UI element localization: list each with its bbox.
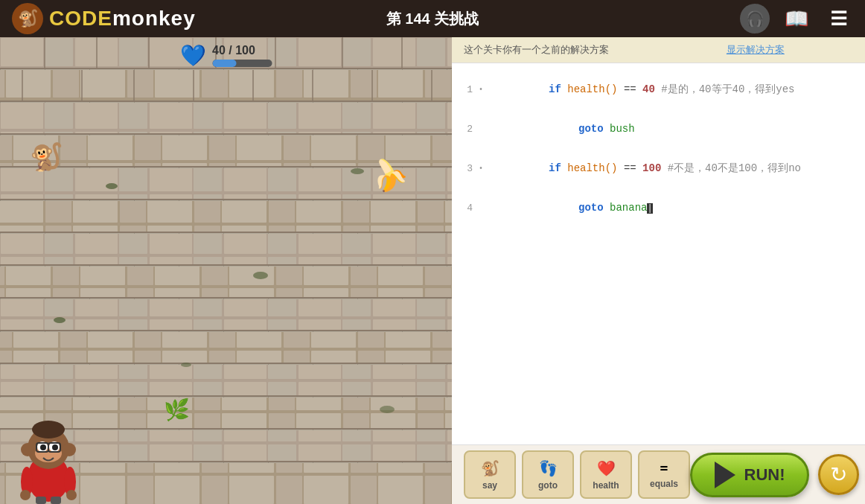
run-button[interactable]: RUN! <box>690 453 809 497</box>
svg-point-51 <box>351 168 364 174</box>
svg-point-65 <box>63 443 76 456</box>
svg-rect-71 <box>36 497 46 504</box>
small-monkey-sprite: 🐒 <box>30 141 71 182</box>
health-command-block[interactable]: ❤️ health <box>580 450 632 499</box>
line-bullet-4: • <box>479 204 483 212</box>
health-bar-bg <box>212 60 272 67</box>
reset-icon: ↻ <box>830 462 847 487</box>
menu-button[interactable]: ☰ <box>823 4 853 34</box>
svg-point-53 <box>380 406 395 413</box>
top-navigation: 🐒 CODEmonkey 第 144 关挑战 🎧 📖 ☰ <box>0 0 865 37</box>
guide-book-button[interactable]: 📖 <box>782 4 811 34</box>
line-bullet-1: • <box>479 86 483 94</box>
say-command-block[interactable]: 🐒 say <box>464 450 516 499</box>
player-monkey-svg <box>15 415 82 504</box>
nav-right-icons: 🎧 📖 ☰ <box>740 4 853 34</box>
code-editor[interactable]: 1 • if health() == 40 #是的，40等于40，得到yes 2… <box>452 63 865 444</box>
goto-label: goto <box>538 480 558 491</box>
health-label: health <box>593 480 619 491</box>
headphones-button[interactable]: 🎧 <box>740 4 770 34</box>
svg-rect-22 <box>0 299 452 331</box>
banana-item: 🍌 <box>365 151 412 197</box>
svg-point-48 <box>106 183 118 189</box>
command-blocks-container: 🐒 say 👣 goto ❤️ health = equals <box>464 450 690 499</box>
notification-bar: 这个关卡你有一个之前的解决方案 显示解决方案 × <box>452 37 865 63</box>
svg-rect-20 <box>0 267 452 298</box>
line-number-3: 3 <box>458 163 473 174</box>
code-line-2: 2 • goto bush <box>452 109 865 148</box>
health-value: 40 / 100 <box>212 44 255 57</box>
bottom-action-bar: 🐒 say 👣 goto ❤️ health = equals <box>452 444 865 504</box>
line-number-1: 1 <box>458 84 473 95</box>
logo-monkey-icon: 🐒 <box>12 3 43 34</box>
stone-wall-background: 🌿 🍌 🐒 <box>0 37 452 504</box>
say-label: say <box>482 480 497 491</box>
run-controls-area: RUN! ↻ ⚙ <box>690 453 865 497</box>
line-number-4: 4 <box>458 202 473 214</box>
code-line-1: 1 • if health() == 40 #是的，40等于40，得到yes <box>452 69 865 109</box>
code-content-2: goto bush <box>486 111 865 147</box>
svg-point-64 <box>21 443 34 456</box>
svg-point-66 <box>32 421 65 438</box>
level-title: 第 144 关挑战 <box>386 9 479 29</box>
svg-rect-16 <box>0 201 452 232</box>
health-icon: ❤️ <box>597 459 616 477</box>
game-area: 🌿 🍌 🐒 <box>0 37 452 504</box>
svg-point-49 <box>253 272 268 279</box>
svg-rect-8 <box>0 70 452 101</box>
svg-point-50 <box>181 363 191 367</box>
svg-rect-10 <box>0 103 452 134</box>
line-number-2: 2 <box>458 124 473 135</box>
code-content-1: if health() == 40 #是的，40等于40，得到yes <box>486 71 865 108</box>
svg-rect-18 <box>0 234 452 265</box>
svg-point-60 <box>52 444 58 450</box>
svg-rect-26 <box>0 365 452 396</box>
logo-text: CODEmonkey <box>49 7 196 31</box>
right-panel: 这个关卡你有一个之前的解决方案 显示解决方案 × 1 • if health()… <box>452 37 865 504</box>
svg-rect-72 <box>51 497 61 504</box>
code-line-4: 4 • goto banana| <box>452 188 865 227</box>
main-content: 🌿 🍌 🐒 <box>0 37 865 504</box>
run-text: RUN! <box>744 465 785 485</box>
svg-point-69 <box>20 490 31 500</box>
line-bullet-3: • <box>479 165 483 173</box>
goto-icon: 👣 <box>539 459 558 477</box>
svg-point-59 <box>40 444 46 450</box>
health-heart-icon: 💙 <box>180 43 206 68</box>
svg-point-70 <box>66 490 77 500</box>
play-triangle-icon <box>715 462 735 488</box>
svg-point-52 <box>54 317 66 323</box>
equals-icon: = <box>660 460 668 476</box>
equals-command-block[interactable]: = equals <box>638 450 690 499</box>
health-bar-fill <box>212 60 236 67</box>
svg-rect-24 <box>0 332 452 363</box>
logo[interactable]: 🐒 CODEmonkey <box>12 3 196 34</box>
code-content-3: if health() == 100 #不是，40不是100，得到no <box>486 150 865 187</box>
plant-decoration: 🌿 <box>164 398 190 422</box>
goto-command-block[interactable]: 👣 goto <box>522 450 574 499</box>
notification-text: 这个关卡你有一个之前的解决方案 <box>464 43 609 57</box>
equals-label: equals <box>650 479 678 489</box>
reset-button[interactable]: ↻ <box>818 454 859 495</box>
say-icon: 🐒 <box>481 459 499 477</box>
code-content-4: goto banana| <box>486 190 865 226</box>
player-character <box>15 415 82 504</box>
line-bullet-2: • <box>479 125 483 133</box>
code-line-3: 3 • if health() == 100 #不是，40不是100，得到no <box>452 148 865 188</box>
show-solution-link[interactable]: 显示解决方案 <box>727 43 785 57</box>
health-display: 💙 40 / 100 <box>180 43 272 68</box>
